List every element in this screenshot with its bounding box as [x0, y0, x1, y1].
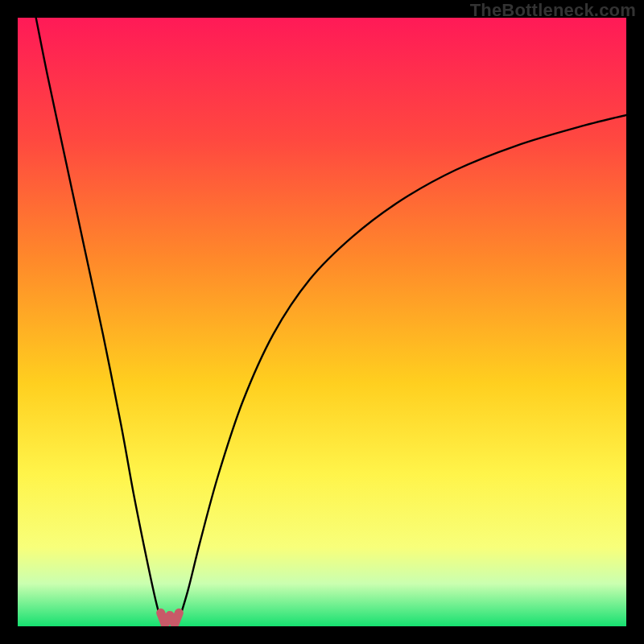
valley-bump: [161, 613, 180, 624]
watermark-text: TheBottleneck.com: [470, 0, 636, 21]
chart-frame: [18, 18, 626, 626]
chart-background: [18, 18, 626, 626]
chart-svg: [18, 18, 626, 626]
